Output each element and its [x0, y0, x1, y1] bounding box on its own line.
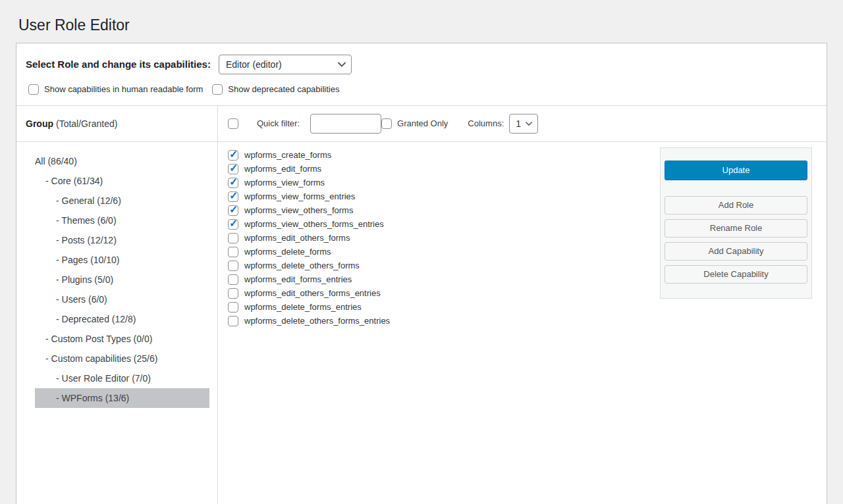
- human-readable-option: Show capabilities in human readable form: [28, 84, 203, 95]
- quick-filter-label: Quick filter:: [257, 118, 300, 128]
- capability-checkbox[interactable]: [228, 150, 238, 161]
- add-role-button[interactable]: Add Role: [665, 196, 807, 214]
- group-tree-item-label: - Custom Post Types (0/0): [45, 334, 152, 344]
- delete-capability-button[interactable]: Delete Capability: [665, 265, 807, 284]
- group-tree-item[interactable]: - Custom capabilities (25/6): [35, 349, 209, 368]
- capability-checkbox[interactable]: [228, 302, 238, 313]
- group-tree-item-label: - Deprecated (12/8): [56, 314, 136, 324]
- group-header-suffix: (Total/Granted): [56, 118, 117, 129]
- columns-select-wrap: 1: [509, 114, 538, 134]
- group-tree-item[interactable]: - Themes (6/0): [35, 211, 209, 230]
- filter-bar: Quick filter: Granted Only Columns: 1: [218, 106, 827, 142]
- group-tree-item[interactable]: - Core (61/34): [35, 171, 209, 191]
- filter-bar-checkbox[interactable]: [228, 118, 238, 129]
- capability-checkbox[interactable]: [228, 219, 238, 230]
- group-tree-item[interactable]: - User Role Editor (7/0): [35, 368, 209, 388]
- capability-label: wpforms_view_forms: [244, 178, 325, 188]
- capability-checkbox[interactable]: [228, 261, 238, 271]
- capability-row: wpforms_edit_forms_entries: [228, 274, 652, 285]
- capability-row: wpforms_delete_others_forms: [228, 261, 652, 271]
- capability-label: wpforms_edit_others_forms_entries: [244, 288, 381, 298]
- capability-label: wpforms_view_others_forms_entries: [244, 219, 384, 229]
- group-column-header: Group (Total/Granted): [16, 106, 217, 142]
- add-capability-button[interactable]: Add Capability: [665, 242, 807, 261]
- capability-label: wpforms_delete_others_forms: [244, 261, 360, 270]
- capability-checkbox[interactable]: [228, 205, 238, 216]
- human-readable-checkbox[interactable]: [28, 84, 39, 95]
- capability-checkbox[interactable]: [228, 274, 238, 285]
- capability-row: wpforms_delete_others_forms_entries: [228, 316, 652, 326]
- group-column: Group (Total/Granted) All (86/40) - Core…: [16, 106, 218, 504]
- capability-row: wpforms_edit_others_forms: [228, 233, 652, 243]
- page-title: User Role Editor: [0, 0, 843, 35]
- capability-checkbox[interactable]: [228, 233, 238, 243]
- group-tree-item-label: - Core (61/34): [45, 176, 103, 186]
- group-tree-item-label: All (86/40): [35, 156, 77, 166]
- capability-label: wpforms_edit_forms_entries: [244, 274, 352, 284]
- capability-checkbox[interactable]: [228, 164, 238, 174]
- group-tree-item[interactable]: - Custom Post Types (0/0): [35, 329, 209, 349]
- capabilities-content: wpforms_create_forms wpforms_edit_forms …: [218, 142, 827, 504]
- role-selector-label: Select Role and change its capabilities:: [26, 59, 211, 70]
- group-tree-item-label: - Themes (6/0): [56, 215, 117, 226]
- columns-select[interactable]: 1: [509, 114, 538, 134]
- group-header-title: Group: [26, 118, 53, 129]
- group-tree-item[interactable]: - WPForms (13/6): [35, 388, 209, 408]
- capability-label: wpforms_delete_forms: [244, 247, 331, 257]
- capability-checkbox[interactable]: [228, 178, 238, 188]
- capability-label: wpforms_delete_others_forms_entries: [244, 316, 390, 326]
- rename-role-button[interactable]: Rename Role: [665, 219, 807, 238]
- group-tree: All (86/40) - Core (61/34) - General (12…: [16, 142, 217, 408]
- deprecated-label: Show deprecated capabilities: [228, 84, 339, 94]
- group-tree-item[interactable]: - General (12/6): [35, 191, 209, 211]
- role-editor-panel: Select Role and change its capabilities:…: [16, 43, 827, 504]
- granted-only-checkbox[interactable]: [381, 118, 392, 129]
- group-tree-item-label: - WPForms (13/6): [56, 393, 129, 403]
- role-select[interactable]: Editor (editor): [219, 55, 352, 74]
- columns-label: Columns:: [468, 118, 504, 128]
- capability-row: wpforms_edit_forms: [228, 164, 652, 174]
- capabilities-column: Quick filter: Granted Only Columns: 1 wp…: [218, 106, 827, 504]
- group-tree-item[interactable]: - Posts (12/12): [35, 230, 209, 250]
- capability-row: wpforms_view_forms_entries: [228, 191, 652, 202]
- granted-only-label: Granted Only: [397, 118, 448, 128]
- deprecated-option: Show deprecated capabilities: [212, 84, 339, 95]
- role-selector-row: Select Role and change its capabilities:…: [16, 43, 827, 74]
- role-select-wrap: Editor (editor): [219, 55, 352, 74]
- group-tree-item[interactable]: All (86/40): [35, 151, 209, 171]
- capability-row: wpforms_view_forms: [228, 178, 652, 188]
- capability-row: wpforms_edit_others_forms_entries: [228, 288, 652, 299]
- group-tree-item-label: - General (12/6): [56, 195, 121, 206]
- group-tree-item-label: - Posts (12/12): [56, 235, 117, 245]
- capability-row: wpforms_delete_forms_entries: [228, 302, 652, 313]
- capability-checkbox[interactable]: [228, 191, 238, 202]
- quick-filter-input[interactable]: [310, 114, 381, 134]
- capability-label: wpforms_view_others_forms: [244, 205, 353, 215]
- capability-label: wpforms_view_forms_entries: [244, 191, 355, 201]
- deprecated-checkbox[interactable]: [212, 84, 223, 95]
- capability-row: wpforms_view_others_forms: [228, 205, 652, 216]
- capability-checkbox[interactable]: [228, 316, 238, 326]
- group-tree-item-label: - Plugins (5/0): [56, 274, 113, 285]
- actions-panel: Update Add Role Rename Role Add Capabili…: [660, 147, 812, 299]
- update-button[interactable]: Update: [665, 161, 807, 180]
- display-options-row: Show capabilities in human readable form…: [16, 74, 827, 106]
- human-readable-label: Show capabilities in human readable form: [44, 84, 203, 94]
- capability-row: wpforms_create_forms: [228, 150, 652, 161]
- capability-list: wpforms_create_forms wpforms_edit_forms …: [218, 142, 652, 330]
- group-tree-item-label: - Pages (10/10): [56, 255, 120, 265]
- capability-checkbox[interactable]: [228, 247, 238, 257]
- group-tree-item[interactable]: - Users (6/0): [35, 290, 209, 309]
- capability-row: wpforms_delete_forms: [228, 247, 652, 257]
- group-tree-item-label: - Custom capabilities (25/6): [45, 353, 157, 364]
- group-tree-item-label: - Users (6/0): [56, 294, 107, 305]
- capability-label: wpforms_edit_forms: [244, 164, 321, 174]
- capability-label: wpforms_edit_others_forms: [244, 233, 350, 243]
- group-tree-item[interactable]: - Pages (10/10): [35, 250, 209, 270]
- capability-checkbox[interactable]: [228, 288, 238, 299]
- capabilities-section: Group (Total/Granted) All (86/40) - Core…: [16, 106, 827, 504]
- group-tree-item[interactable]: - Deprecated (12/8): [35, 309, 209, 329]
- capability-row: wpforms_view_others_forms_entries: [228, 219, 652, 230]
- capability-label: wpforms_delete_forms_entries: [244, 302, 362, 312]
- group-tree-item[interactable]: - Plugins (5/0): [35, 270, 209, 290]
